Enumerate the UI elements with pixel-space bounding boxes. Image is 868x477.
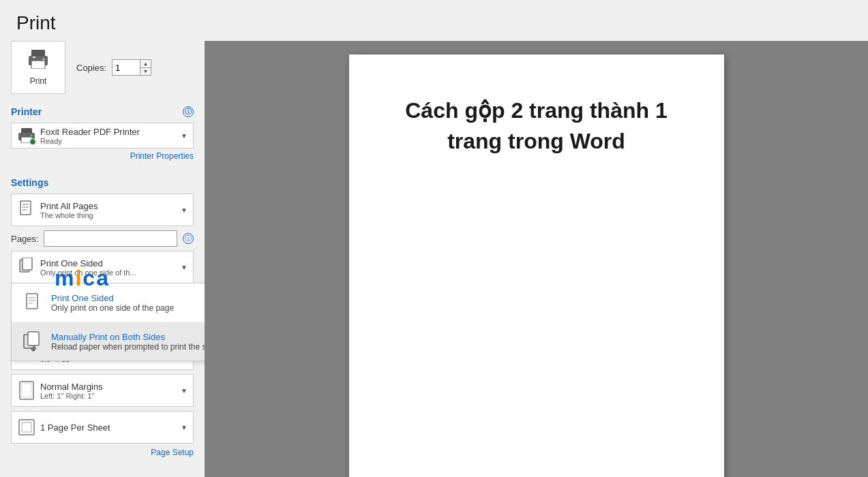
pages-per-sheet-arrow: ▼ (181, 424, 188, 431)
settings-section-label: Settings (11, 177, 48, 188)
duplex-dropdown-container: Print One Sided Only print on one side o… (11, 251, 194, 283)
duplex-option-one-sided[interactable]: Print One Sided Only print on one side o… (12, 283, 205, 322)
printer-name: Foxit Reader PDF Printer (40, 127, 177, 137)
svg-rect-14 (23, 258, 32, 270)
print-all-pages-main: Print All Pages (40, 201, 177, 211)
duplex-selected-main: Print One Sided (40, 258, 177, 268)
preview-title-line1: Cách gộp 2 trang thành 1 (405, 98, 667, 123)
pages-info-icon[interactable]: ⓘ (183, 233, 194, 244)
printer-text: Foxit Reader PDF Printer Ready (40, 127, 177, 145)
right-panel: Cách gộp 2 trang thành 1 trang trong Wor… (205, 41, 868, 477)
duplex-selected-text: Print One Sided Only print on one side o… (40, 258, 177, 277)
pages-row: Pages: ⓘ (11, 230, 194, 247)
printer-icon (27, 50, 49, 74)
printer-icon-wrap (17, 126, 36, 145)
pages-per-sheet-icon (17, 415, 36, 440)
duplex-option-one-sided-sub: Only print on one side of the page (51, 303, 174, 313)
printer-dropdown-arrow: ▼ (181, 132, 188, 140)
svg-rect-5 (21, 128, 32, 134)
duplex-selected-sub: Only print on one side of th... (40, 268, 177, 277)
svg-rect-9 (20, 201, 31, 215)
left-panel: Print Copies: ▲ ▼ Printer ⓘ (0, 41, 205, 477)
margins-row[interactable]: Normal Margins Left: 1" Right: 1" ▼ (11, 374, 194, 407)
duplex-option-one-sided-main: Print One Sided (51, 293, 174, 303)
printer-section-label: Printer (11, 106, 42, 117)
duplex-option-both-sides-sub: Reload paper when prompted to print the … (51, 342, 205, 352)
margins-text: Normal Margins Left: 1" Right: 1" (40, 382, 177, 400)
page-title: Print (0, 0, 868, 41)
svg-point-4 (42, 58, 45, 61)
print-all-pages-text: Print All Pages The whole thing (40, 201, 177, 219)
print-all-pages-arrow: ▼ (181, 206, 188, 214)
page-preview: Cách gộp 2 trang thành 1 trang trong Wor… (349, 55, 724, 477)
print-all-pages-icon (17, 198, 36, 222)
duplex-option-both-sides-icon (20, 328, 44, 355)
pages-per-sheet-main: 1 Page Per Sheet (40, 422, 177, 433)
svg-rect-15 (27, 294, 38, 309)
svg-point-8 (31, 135, 33, 137)
duplex-option-both-sides[interactable]: Manually Print on Both Sides Reload pape… (12, 322, 205, 360)
svg-rect-3 (33, 57, 35, 58)
pages-input[interactable] (44, 230, 177, 247)
margins-arrow: ▼ (181, 387, 188, 395)
duplex-option-one-sided-text: Print One Sided Only print on one side o… (51, 293, 174, 313)
pages-label: Pages: (11, 234, 38, 244)
duplex-icon-svg (19, 258, 34, 277)
copies-spinners: ▲ ▼ (140, 60, 151, 75)
svg-rect-20 (28, 332, 39, 345)
page-setup-link[interactable]: Page Setup (11, 448, 194, 457)
print-button-row: Print Copies: ▲ ▼ (11, 41, 194, 94)
print-all-pages-sub: The whole thing (40, 211, 177, 219)
margins-sub: Left: 1" Right: 1" (40, 392, 177, 400)
svg-rect-2 (31, 61, 45, 69)
print-button[interactable]: Print (11, 41, 65, 94)
preview-title-line2: trang trong Word (447, 129, 625, 153)
duplex-selected[interactable]: Print One Sided Only print on one side o… (11, 251, 194, 283)
margins-icon (17, 378, 36, 403)
preview-title: Cách gộp 2 trang thành 1 trang trong Wor… (405, 95, 667, 157)
printer-status: Ready (40, 137, 177, 145)
printer-properties-link[interactable]: Printer Properties (11, 151, 194, 161)
settings-section-header: Settings (11, 177, 194, 188)
pages-per-sheet-row[interactable]: 1 Page Per Sheet ▼ (11, 411, 194, 444)
margins-main: Normal Margins (40, 382, 177, 392)
copies-label: Copies: (76, 63, 106, 73)
svg-rect-0 (31, 50, 45, 57)
settings-section: Settings Print All Pages The whole thing (11, 177, 194, 457)
duplex-dropdown-arrow: ▼ (181, 264, 188, 271)
printer-dropdown[interactable]: Foxit Reader PDF Printer Ready ▼ (11, 123, 194, 149)
pages-per-sheet-text: 1 Page Per Sheet (40, 422, 177, 433)
copies-row: Copies: ▲ ▼ (76, 59, 151, 76)
copies-input[interactable] (113, 60, 140, 75)
copies-increment[interactable]: ▲ (140, 60, 151, 68)
printer-section-header: Printer ⓘ (11, 106, 194, 117)
printer-info-icon[interactable]: ⓘ (183, 106, 194, 117)
printer-ready-dot (29, 138, 36, 145)
print-button-label: Print (30, 76, 47, 86)
copies-input-wrap: ▲ ▼ (112, 59, 151, 76)
copies-decrement[interactable]: ▼ (140, 68, 151, 76)
printer-section: Printer ⓘ Foxit Reader PDF Printer Ready (11, 106, 194, 166)
duplex-option-both-sides-text: Manually Print on Both Sides Reload pape… (51, 332, 205, 352)
duplex-popup: Print One Sided Only print on one side o… (11, 283, 205, 361)
duplex-option-one-sided-icon (20, 289, 44, 316)
print-all-pages-row[interactable]: Print All Pages The whole thing ▼ (11, 194, 194, 226)
pages-icon-svg (19, 200, 34, 219)
duplex-selected-icon (17, 255, 36, 279)
svg-rect-25 (22, 422, 31, 432)
duplex-option-both-sides-main: Manually Print on Both Sides (51, 332, 205, 342)
